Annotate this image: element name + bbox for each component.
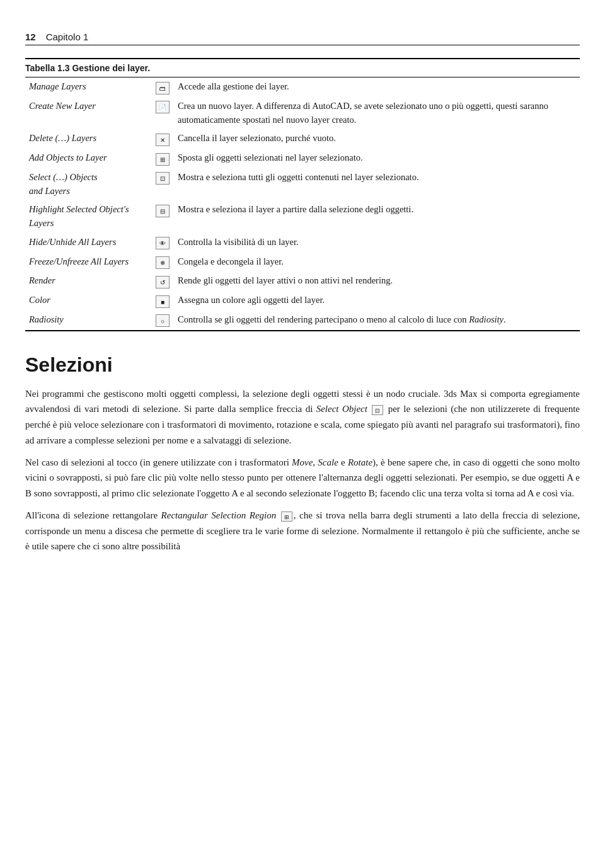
row-name: Radiosity [25,311,151,331]
table-row: Add Objects to Layer ⊞ Sposta gli oggett… [25,149,580,168]
chapter-label: Capitolo 1 [46,31,89,42]
row-name: Add Objects to Layer [25,149,151,168]
color-icon: ■ [156,295,170,308]
row-icon: ⊟ [151,200,174,233]
manage-layers-icon: 🗃 [156,82,170,94]
table-row: Highlight Selected Object'sLayers ⊟ Most… [25,200,580,233]
row-desc: Crea un nuovo layer. A differenza di Aut… [174,97,580,130]
table-row: Hide/Unhide All Layers 👁 Controlla la vi… [25,233,580,253]
row-icon: 👁 [151,233,174,253]
table-container: Tabella 1.3 Gestione dei layer. Manage L… [25,58,580,331]
table-row: Color ■ Assegna un colore agli oggetti d… [25,291,580,311]
row-icon: 📄 [151,97,174,130]
row-icon: ❄ [151,253,174,272]
add-objects-icon: ⊞ [156,153,170,166]
table-row: Create New Layer 📄 Crea un nuovo layer. … [25,97,580,130]
table-title: Tabella 1.3 Gestione dei layer. [25,58,580,77]
row-desc: Mostra e seleziona tutti gli oggetti con… [174,168,580,201]
table-row: Render ↺ Rende gli oggetti del layer att… [25,271,580,291]
row-name: Select (…) Objectsand Layers [25,168,151,201]
highlight-selected-icon: ⊟ [156,205,170,217]
body-paragraph-3: All'icona di selezione rettangolare Rect… [25,508,580,554]
layer-table: Manage Layers 🗃 Accede alla gestione dei… [25,77,580,331]
main-content: 12 Capitolo 1 Tabella 1.3 Gestione dei l… [0,0,605,868]
row-desc: Accede alla gestione dei layer. [174,77,580,97]
row-icon: ↺ [151,271,174,291]
row-name: Delete (…) Layers [25,129,151,149]
row-name: Manage Layers [25,77,151,97]
row-name: Hide/Unhide All Layers [25,233,151,253]
row-name: Color [25,291,151,311]
create-new-layer-icon: 📄 [156,101,170,113]
row-name: Freeze/Unfreeze All Layers [25,253,151,272]
row-icon: 🗃 [151,77,174,97]
row-desc: Cancella il layer selezionato, purché vu… [174,129,580,149]
row-icon: ☼ [151,311,174,331]
row-name: Create New Layer [25,97,151,130]
table-title-bold: Tabella 1.3 [25,63,70,73]
table-row: Manage Layers 🗃 Accede alla gestione dei… [25,77,580,97]
table-row: Freeze/Unfreeze All Layers ❄ Congela e d… [25,253,580,272]
freeze-unfreeze-icon: ❄ [156,256,170,269]
select-objects-icon: ⊡ [156,172,170,185]
row-desc: Mostra e seleziona il layer a partire da… [174,200,580,233]
row-icon: ⊡ [151,168,174,201]
row-icon: ✕ [151,129,174,149]
table-title-rest: Gestione dei layer. [72,63,150,73]
row-desc: Sposta gli oggetti selezionati nel layer… [174,149,580,168]
row-desc: Congela e decongela il layer. [174,253,580,272]
row-desc: Controlla la visibilità di un layer. [174,233,580,253]
page-header: 12 Capitolo 1 [25,31,580,45]
delete-layers-icon: ✕ [156,134,170,146]
body-paragraph-2: Nel caso di selezioni al tocco (in gener… [25,455,580,501]
row-icon: ⊞ [151,149,174,168]
hide-unhide-icon: 👁 [156,237,170,249]
row-desc: Assegna un colore agli oggetti del layer… [174,291,580,311]
section-heading: Selezioni [25,354,580,376]
render-icon: ↺ [156,276,170,288]
row-icon: ■ [151,291,174,311]
table-row: Select (…) Objectsand Layers ⊡ Mostra e … [25,168,580,201]
radiosity-icon: ☼ [156,314,170,327]
row-name: Highlight Selected Object'sLayers [25,200,151,233]
page-number: 12 [25,31,36,42]
row-desc: Rende gli oggetti del layer attivi o non… [174,271,580,291]
body-paragraph-1: Nei programmi che gestiscono molti ogget… [25,386,580,448]
row-desc: Controlla se gli oggetti del rendering p… [174,311,580,331]
row-name: Render [25,271,151,291]
table-row: Radiosity ☼ Controlla se gli oggetti del… [25,311,580,331]
page: 12 Capitolo 1 Tabella 1.3 Gestione dei l… [0,0,605,868]
table-row: Delete (…) Layers ✕ Cancella il layer se… [25,129,580,149]
rectangular-selection-icon: ⊞ [281,511,292,522]
select-object-icon: ⊡ [372,405,383,415]
